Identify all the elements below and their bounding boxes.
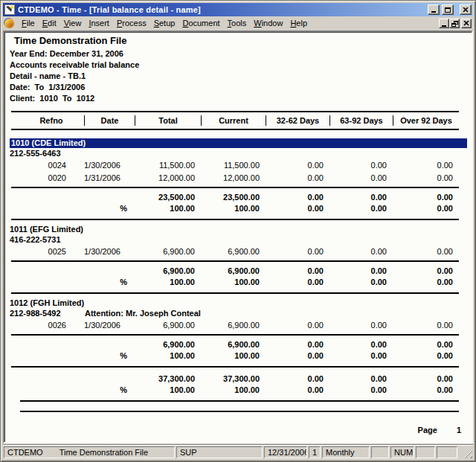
minimize-icon — [431, 11, 436, 13]
invoice-row[interactable]: 00241/30/200611,500.0011,500.000.000.000… — [19, 159, 459, 172]
mdi-restore-button[interactable] — [449, 19, 460, 28]
invoice-row-cell: 6,900.00 — [201, 319, 266, 332]
grand-total-rule-2 — [20, 411, 459, 412]
grand-percent-row-cell: 100.00 — [201, 385, 266, 396]
grand-percent-row-cell — [19, 385, 84, 396]
section-percent-row-cell: % — [84, 350, 135, 362]
client-phone-row: 212-555-6463 — [10, 148, 472, 159]
section-total-row-cell: 0.00 — [329, 266, 393, 277]
section-percent-row[interactable]: %100.00100.000.000.000.00 — [19, 277, 459, 288]
invoice-row-cell: 0.00 — [329, 319, 393, 332]
section-total-row-cell: 0.00 — [329, 339, 393, 350]
invoice-row-cell: 0024 — [19, 159, 84, 172]
menu-process[interactable]: Process — [113, 17, 150, 30]
column-header: Over 92 Days — [393, 115, 459, 126]
invoice-row-cell: 0.00 — [266, 319, 329, 332]
section-percent-row-cell: % — [84, 203, 135, 214]
document-system-menu-icon[interactable] — [4, 19, 14, 28]
grand-percent-row-cell: 0.00 — [329, 385, 393, 396]
invoice-row[interactable]: 00251/30/20066,900.006,900.000.000.000.0… — [19, 246, 459, 258]
menu-setup[interactable]: Setup — [150, 17, 179, 30]
grand-total-row[interactable]: 37,300.0037,300.000.000.000.00 — [19, 373, 459, 385]
invoice-row-cell: 0026 — [19, 319, 84, 332]
section-total-row-cell — [84, 339, 135, 350]
app-window: CTDEMO - Time - [Trial balance detail - … — [0, 0, 476, 462]
resize-grip[interactable] — [463, 449, 472, 458]
section-total-row[interactable]: 23,500.0023,500.000.000.000.00 — [19, 192, 459, 203]
invoice-row-cell: 6,900.00 — [135, 246, 201, 258]
section-total-row-cell: 0.00 — [266, 339, 329, 350]
menu-document[interactable]: Document — [178, 17, 223, 30]
section-total-row[interactable]: 6,900.006,900.000.000.000.00 — [19, 266, 459, 277]
section-total-row-cell — [19, 266, 84, 277]
report-client-area[interactable]: Time Demonstration File Year End: Decemb… — [3, 31, 473, 443]
mdi-close-button[interactable] — [461, 19, 472, 28]
maximize-button[interactable] — [442, 4, 454, 15]
invoice-row[interactable]: 00201/31/200612,000.0012,000.000.000.000… — [19, 172, 459, 185]
menu-help[interactable]: Help — [286, 17, 311, 30]
invoice-row-cell: 1/30/2006 — [84, 159, 135, 172]
restore-icon — [451, 21, 458, 27]
status-file-name: Time Demonstration File — [60, 448, 148, 457]
time-app-icon[interactable] — [4, 4, 15, 15]
column-header: 32-62 Days — [266, 115, 329, 126]
invoice-row-cell: 11,500.00 — [201, 159, 266, 172]
invoice-row-cell: 0.00 — [393, 246, 459, 258]
client-section-header[interactable]: 1011 (EFG Limited) — [10, 225, 472, 234]
menu-insert[interactable]: Insert — [85, 17, 113, 30]
titlebar[interactable]: CTDEMO - Time - [Trial balance detail - … — [3, 3, 473, 16]
section-total-row-cell: 0.00 — [329, 192, 393, 203]
client-section-header[interactable]: 1012 (FGH Limited) — [10, 298, 472, 308]
menu-edit[interactable]: Edit — [39, 17, 60, 30]
section-end-rule — [11, 292, 459, 294]
section-total-row-cell: 6,900.00 — [201, 266, 266, 277]
section-percent-row-cell: % — [84, 277, 135, 288]
invoice-row[interactable]: 00261/30/20066,900.006,900.000.000.000.0… — [19, 319, 459, 332]
menu-view[interactable]: View — [60, 17, 86, 30]
status-file-panel: CTDEMOTime Demonstration File — [4, 446, 175, 458]
invoice-row-cell: 6,900.00 — [201, 246, 266, 258]
grand-total-row-cell: 0.00 — [266, 373, 329, 385]
close-icon — [463, 7, 469, 13]
status-frequency-panel: Monthly — [322, 446, 370, 458]
menubar: FileEditViewInsertProcessSetupDocumentTo… — [3, 16, 473, 31]
minimize-button[interactable] — [428, 4, 440, 15]
section-percent-row-cell: 100.00 — [135, 350, 201, 362]
menu-file[interactable]: File — [18, 17, 39, 30]
section-rule — [11, 334, 459, 336]
grand-percent-row-cell: 0.00 — [266, 385, 329, 396]
status-empty-panel-2 — [416, 446, 435, 458]
section-total-row[interactable]: 6,900.006,900.000.000.000.00 — [19, 339, 459, 350]
section-total-row-cell: 0.00 — [393, 339, 459, 350]
grand-total-rule-1 — [20, 400, 459, 402]
grand-percent-row[interactable]: %100.00100.000.000.000.00 — [19, 385, 459, 396]
section-total-row-cell: 0.00 — [393, 192, 459, 203]
mdi-minimize-button[interactable] — [439, 19, 449, 28]
client-phone-row: 416-222-5731 — [10, 234, 472, 246]
invoice-row-cell: 0025 — [19, 246, 84, 258]
section-total-row-cell: 23,500.00 — [135, 192, 201, 203]
section-total-row-cell — [19, 192, 84, 203]
section-percent-row[interactable]: %100.00100.000.000.000.00 — [19, 203, 459, 214]
grand-total-row-cell — [19, 373, 84, 385]
section-total-row-cell — [19, 339, 84, 350]
section-percent-row[interactable]: %100.00100.000.000.000.00 — [19, 350, 459, 362]
invoice-row-cell: 6,900.00 — [135, 319, 201, 332]
section-total-row-cell — [84, 266, 135, 277]
report-title: Time Demonstration File — [14, 35, 472, 46]
menu-window[interactable]: Window — [250, 17, 286, 30]
status-client-code: CTDEMO — [7, 448, 43, 457]
grand-percent-row-cell: % — [84, 385, 135, 396]
close-button[interactable] — [460, 4, 472, 15]
section-percent-row-cell: 100.00 — [201, 350, 266, 362]
section-end-rule — [11, 219, 459, 220]
client-phone-row: 212-988-5492Attention: Mr. Joseph Contea… — [10, 308, 472, 319]
grand-total-row-cell: 37,300.00 — [201, 373, 266, 385]
section-total-row-cell — [84, 192, 135, 203]
client-section-header[interactable]: 1010 (CDE Limited) — [10, 138, 467, 148]
menu-tools[interactable]: Tools — [224, 17, 251, 30]
invoice-row-cell: 1/30/2006 — [84, 246, 135, 258]
status-period-panel: 1 — [309, 446, 321, 458]
column-header: Total — [135, 115, 201, 126]
section-percent-row-cell: 100.00 — [201, 203, 266, 214]
